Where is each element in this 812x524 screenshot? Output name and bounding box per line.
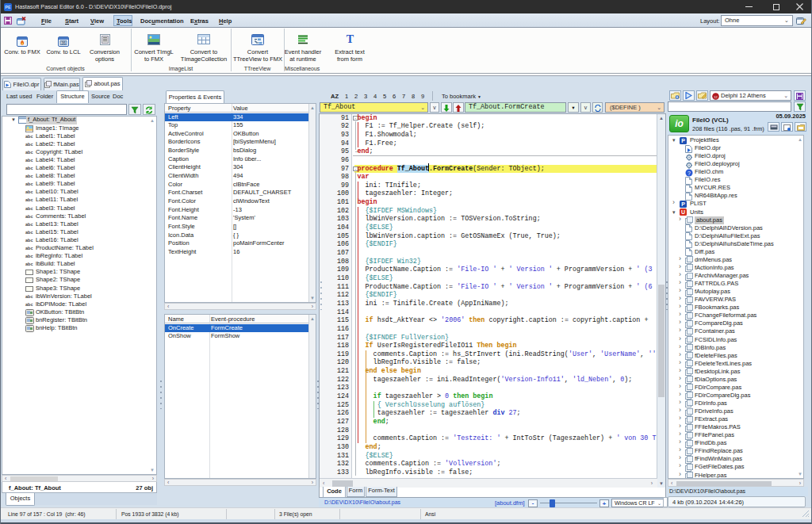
svg-text:T: T — [346, 33, 354, 45]
svg-text:12: 12 — [714, 94, 718, 98]
svg-text:36: 36 — [61, 40, 66, 45]
svg-text:?: ? — [688, 170, 691, 175]
